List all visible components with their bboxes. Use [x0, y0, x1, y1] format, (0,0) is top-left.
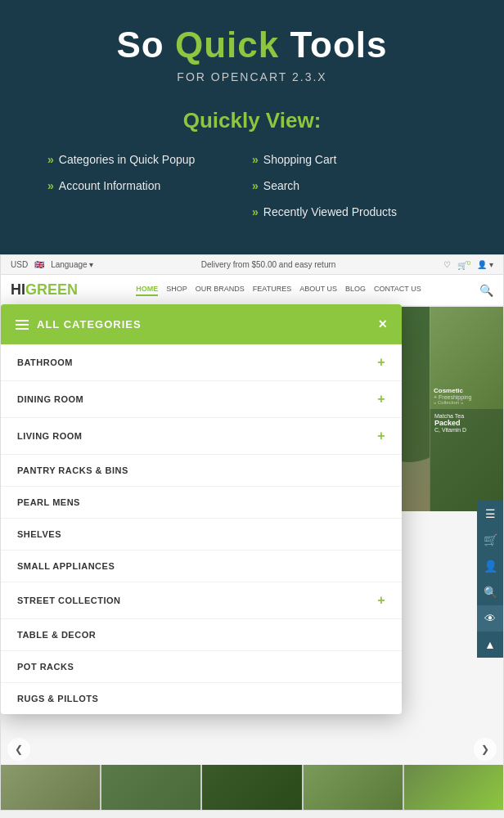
side-search-icon[interactable]: 🔍	[477, 579, 503, 605]
right-product-2: Matcha Tea Packed C, Vitamin D	[430, 409, 503, 511]
header-section: So Quick Tools For OpenCart 2.3.x Quickl…	[0, 0, 504, 254]
product-thumb-4	[304, 765, 403, 810]
category-label: POT RACKS	[17, 662, 74, 672]
currency-selector[interactable]: USD	[11, 260, 28, 269]
store-mockup: USD 🇬🇧 Language ▾ Delivery from $50.00 a…	[0, 254, 504, 811]
category-label: LIVING ROOM	[17, 431, 82, 441]
category-pantry-racks[interactable]: PANTRY RACKS & BINS	[1, 455, 402, 487]
side-menu-icon[interactable]: ☰	[477, 501, 503, 527]
popup-header: ALL CATEGORIES ×	[1, 304, 402, 344]
wishlist-icon[interactable]: ♡	[443, 260, 451, 269]
side-eye-icon[interactable]: 👁	[477, 605, 503, 631]
category-label: SMALL APPLIANCES	[17, 561, 115, 571]
search-button[interactable]: 🔍	[479, 284, 493, 297]
expand-icon: +	[377, 429, 385, 443]
popup-body: BATHROOM + DINING ROOM + LIVING ROOM + P…	[1, 344, 402, 714]
flag-icon: 🇬🇧	[34, 260, 44, 269]
nav-link-shop[interactable]: SHOP	[166, 285, 187, 296]
popup-title: ALL CATEGORIES	[37, 318, 142, 330]
title-tools: Tools	[279, 25, 387, 65]
feature-recently-viewed: Recently Viewed Products	[252, 202, 457, 222]
nav-logo: HIGREEN	[11, 281, 78, 299]
popup-overlay: ALL CATEGORIES × BATHROOM + DINING ROOM …	[1, 304, 402, 714]
nav-link-features[interactable]: FEATURES	[253, 285, 291, 296]
category-pot-racks[interactable]: POT RACKS	[1, 651, 402, 683]
title-quick: Quick	[175, 25, 279, 65]
feature-shopping-cart: Shopping Cart	[252, 150, 457, 169]
product-thumb-5	[404, 765, 503, 810]
category-dining-room[interactable]: DINING ROOM +	[1, 381, 402, 418]
category-pearl-mens[interactable]: PEARL MENS	[1, 487, 402, 519]
category-table-decor[interactable]: TABLE & DECOR	[1, 619, 402, 651]
category-label: RUGS & PILLOTS	[17, 694, 98, 703]
language-selector[interactable]: Language ▾	[51, 260, 93, 269]
product-thumb-2	[101, 765, 200, 810]
popup-header-left: ALL CATEGORIES	[16, 318, 142, 330]
features-grid: Categories in Quick Popup Shopping Cart …	[47, 150, 457, 222]
side-top-icon[interactable]: ▲	[477, 631, 503, 658]
right-product-1: Cosmetic + Freeshipping « Collection »	[430, 307, 503, 409]
category-living-room[interactable]: LIVING ROOM +	[1, 418, 402, 455]
expand-icon: +	[377, 593, 385, 608]
delivery-info: Delivery from $50.00 and easy return	[201, 260, 336, 269]
cart-icon[interactable]: 🛒0	[457, 259, 470, 270]
category-shelves[interactable]: SHELVES	[1, 519, 402, 551]
expand-icon: +	[377, 392, 385, 407]
product-strip	[1, 765, 503, 810]
prev-arrow[interactable]: ❮	[7, 738, 30, 761]
user-icon[interactable]: 👤 ▾	[477, 260, 493, 269]
nav-link-blog[interactable]: BLOG	[345, 285, 366, 296]
nav-link-brands[interactable]: OUR BRANDS	[196, 285, 245, 296]
popup-close-button[interactable]: ×	[378, 316, 387, 333]
next-arrow[interactable]: ❯	[474, 738, 497, 761]
quickly-view-title: Quickly View:	[16, 108, 488, 133]
logo-green: GREEN	[25, 281, 78, 298]
category-label: DINING ROOM	[17, 394, 83, 404]
top-bar-right: ♡ 🛒0 👤 ▾	[443, 259, 493, 270]
category-street-collection[interactable]: STREET COLLECTION +	[1, 582, 402, 619]
title-so: So	[116, 25, 174, 65]
top-bar: USD 🇬🇧 Language ▾ Delivery from $50.00 a…	[1, 255, 503, 275]
nav-bar: HIGREEN HOME SHOP OUR BRANDS FEATURES AB…	[1, 275, 503, 307]
product-thumb-3	[202, 765, 301, 810]
category-label: PEARL MENS	[17, 497, 80, 507]
header-title: So Quick Tools	[16, 25, 488, 65]
side-icons: ☰ 🛒 👤 🔍 👁 ▲	[477, 501, 503, 658]
side-cart-icon[interactable]: 🛒	[477, 527, 503, 553]
category-label: BATHROOM	[17, 357, 73, 367]
hamburger-icon	[16, 320, 29, 330]
feature-search: Search	[252, 176, 457, 196]
nav-link-about[interactable]: ABOUT US	[299, 285, 337, 296]
product-text-cosmetic: Cosmetic + Freeshipping « Collection »	[434, 387, 500, 405]
category-small-appliances[interactable]: SMALL APPLIANCES	[1, 551, 402, 582]
expand-icon: +	[377, 355, 385, 370]
nav-links: HOME SHOP OUR BRANDS FEATURES ABOUT US B…	[136, 285, 421, 296]
nav-link-contact[interactable]: CONTACT US	[374, 285, 421, 296]
top-bar-left: USD 🇬🇧 Language ▾	[11, 260, 93, 269]
feature-categories: Categories in Quick Popup	[47, 150, 252, 169]
category-label: TABLE & DECOR	[17, 630, 96, 640]
side-user-icon[interactable]: 👤	[477, 553, 503, 579]
category-rugs-pillots[interactable]: RUGS & PILLOTS	[1, 683, 402, 714]
product-thumb-1	[1, 765, 100, 810]
category-label: PANTRY RACKS & BINS	[17, 465, 128, 475]
nav-link-home[interactable]: HOME	[136, 285, 158, 296]
category-label: STREET COLLECTION	[17, 596, 120, 605]
category-label: SHELVES	[17, 529, 61, 539]
category-bathroom[interactable]: BATHROOM +	[1, 344, 402, 381]
header-subtitle: For OpenCart 2.3.x	[16, 70, 488, 83]
right-products: Cosmetic + Freeshipping « Collection » M…	[430, 307, 503, 511]
feature-account: Account Information	[47, 176, 252, 196]
